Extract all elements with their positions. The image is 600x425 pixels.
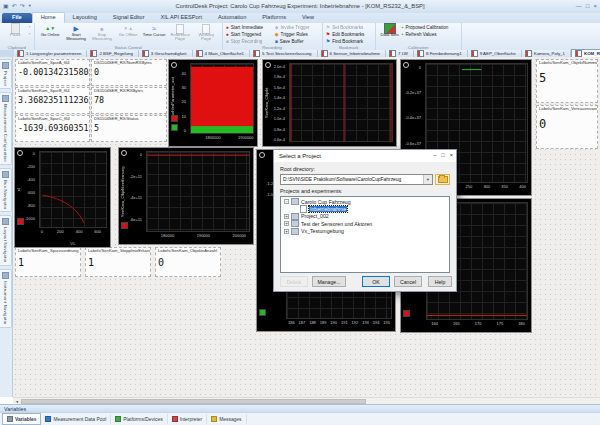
sidebar-tab[interactable]: Project <box>0 59 12 89</box>
proposed-calibration-button[interactable]: ▪Proposed Calibration <box>402 25 458 30</box>
delete-button[interactable]: Delete <box>280 276 308 287</box>
select-project-dialog: Select a Project – □ × Root directory: D… <box>273 149 457 292</box>
pane-tab[interactable]: Measurement Data Pool <box>41 414 111 424</box>
tree-item[interactable]: + Test der Sensoren und Aktoren <box>281 220 449 227</box>
tree-expander-icon[interactable]: + <box>284 229 289 234</box>
trigger-rules-button[interactable]: ◆Trigger Rules <box>275 32 319 37</box>
plot-legend <box>259 309 266 316</box>
tree-node-icon <box>291 228 299 235</box>
copy-button[interactable]: ▪ <box>29 32 31 37</box>
time-cursor-button[interactable]: ≈ Time Cursor <box>142 24 167 44</box>
minimize-button[interactable]: — <box>576 0 582 12</box>
undo-icon[interactable]: ↶ <box>12 1 17 11</box>
ribbon-tab[interactable]: Automation <box>210 13 254 23</box>
display-instrument[interactable]: DS1104SER_RX/RXBytes 78 <box>91 87 167 114</box>
layout-tab[interactable]: 7 LW <box>386 50 414 57</box>
invoke-trigger-button[interactable]: ◆Invoke Trigger <box>275 25 319 30</box>
tree-expander-icon[interactable]: - <box>284 199 289 204</box>
display-instrument[interactable]: DS1104SER_RX/NumRXBytes 0 <box>91 59 167 86</box>
ribbon-tab[interactable]: XIL API EESPort <box>153 13 210 23</box>
dialog-title: Select a Project <box>279 153 321 159</box>
close-button[interactable]: × <box>593 0 597 12</box>
chevron-down-icon[interactable]: ▾ <box>423 175 432 184</box>
display-instrument[interactable]: Labels/SenKam_SpurA_f64 -0.0013423158088… <box>15 59 90 86</box>
pane-tab[interactable]: Interpreter <box>168 414 208 424</box>
display-instrument[interactable]: Labels/SenKam_SpurB_f64 3.36823511123657 <box>15 87 90 114</box>
layout-tab[interactable]: 8 Fernbedienung1 <box>414 50 468 57</box>
ribbon: Paste ▪ ▪ Clipboard ▲▼ Go Online ▶ Start… <box>0 23 600 51</box>
find-bookmark-button[interactable]: ⚑Find Bookmark <box>326 39 372 44</box>
sidebar-tab[interactable]: Instrument Navigator <box>0 269 12 328</box>
display-instrument[interactable]: Labels/SenKam_Vertrauenswert 0 <box>536 105 598 149</box>
pane-tab[interactable]: Messages <box>207 414 246 424</box>
display-instrument[interactable]: Labels/SenKam_Spurzuordnung 1 <box>15 247 81 277</box>
display-instrument[interactable]: Labels/SenKam_StopplinieErkannt 1 <box>85 247 151 277</box>
layout-tab[interactable]: 4 Main_Oberfläche1 <box>193 50 251 57</box>
working-page-button[interactable]: Working Page <box>194 24 219 44</box>
save-buffer-button[interactable]: ■Save Buffer <box>275 39 319 44</box>
paste-button[interactable]: Paste <box>3 24 28 44</box>
tree-expander-icon[interactable]: + <box>284 221 289 226</box>
display-instrument[interactable]: Labels/SenKam_SpurC_f64 -1639.6936035156… <box>15 115 90 142</box>
layout-tab[interactable]: Kamera_Poly_1 <box>522 50 571 57</box>
dialog-maximize-icon[interactable]: □ <box>441 150 444 161</box>
manage-button[interactable]: Manage... <box>312 276 346 287</box>
set-bookmarks-button[interactable]: ⚑Set Bookmarks <box>326 25 372 30</box>
display-instrument[interactable]: Labels/SenKam_ObjektNummer 5 <box>536 59 598 103</box>
browse-folder-button[interactable] <box>435 174 450 185</box>
pane-tab[interactable]: Variables <box>2 413 41 425</box>
layout-tab[interactable]: 5 Test Streckenerfassung <box>250 50 317 57</box>
layout-tab[interactable]: 9 AEP_Oberfläche <box>468 50 522 57</box>
dialog-close-icon[interactable]: × <box>450 150 453 161</box>
plotter-senkam-objekt[interactable]: SenKam_Objekt 2.0e-41.8e-41.6e-41.4e-41.… <box>262 59 397 147</box>
dialog-minimize-icon[interactable]: – <box>433 150 436 161</box>
root-directory-combo[interactable]: D:\SVN\SIDE Praktikum\Software\CaroloCup… <box>280 174 433 185</box>
go-online-button[interactable]: ▲▼ Go Online <box>38 24 63 44</box>
ribbon-tab[interactable]: Home <box>32 12 65 23</box>
ribbon-tab[interactable]: Layouting <box>65 13 105 23</box>
sidebar-tab[interactable]: Layout Navigator <box>0 215 12 266</box>
display-instrument[interactable]: DS1104SER_RX/Status 5 <box>91 115 167 142</box>
layout-tab[interactable]: 6 Sensor_Inbetriebnahme <box>318 50 387 57</box>
layout-tab[interactable]: 1 Längsregler parametrieren <box>14 50 87 57</box>
tree-item[interactable]: + Project_002 <box>281 213 449 220</box>
stop-measuring-button[interactable]: ■ Stop Measuring <box>90 24 115 44</box>
display-instrument[interactable]: Labels/SenKam_ObjekteAnzahl 0 <box>155 247 221 277</box>
navigator-icon <box>2 218 9 225</box>
help-button[interactable]: Help <box>428 276 452 287</box>
cut-button[interactable]: ▪ <box>29 25 31 30</box>
maximize-button[interactable]: □ <box>586 0 590 12</box>
ribbon-tab[interactable]: Signal Editor <box>105 13 153 23</box>
cancel-button[interactable]: Cancel <box>394 276 422 287</box>
layout-tab[interactable]: 2 BSF_Regelung <box>87 50 138 57</box>
stop-recording-button[interactable]: ■Stop Recording <box>226 39 274 44</box>
ok-button[interactable]: OK <box>362 276 390 287</box>
sidebar-tab[interactable]: Measurement Configuration <box>0 92 12 165</box>
pane-tab[interactable]: Platforms/Devices <box>111 414 167 424</box>
data-sets-button[interactable]: Data Sets <box>379 24 401 44</box>
refresh-values-button[interactable]: ▪Refresh Values <box>402 32 458 37</box>
plotter-zaehlerparameter[interactable]: ZaehlerParameter_out 403020100 180000019… <box>168 59 258 147</box>
sidebar-tab[interactable]: Bus Navigator <box>0 168 12 213</box>
go-offline-button[interactable]: ▼▲ Go Offline <box>116 24 141 44</box>
redo-icon[interactable]: ↷ <box>20 1 25 11</box>
ribbon-tab[interactable]: File <box>2 13 32 23</box>
xy-plot[interactable]: vl 0-200-400-600-800-1000 0200400600 VL <box>14 147 111 248</box>
layout-tab[interactable]: KOM_RS232_&_BSP × <box>571 49 600 57</box>
layout-tab[interactable]: 3 Geschwindigkeit <box>139 50 193 57</box>
reference-page-button[interactable]: Reference Page <box>168 24 193 44</box>
invoke-trigger-icon: ◆ <box>275 25 279 30</box>
start-measuring-button[interactable]: ▶ Start Measuring <box>64 24 89 44</box>
customize-quick-access-icon[interactable]: ▼ <box>28 1 32 11</box>
start-triggered-button[interactable]: ●Start Triggered <box>226 32 274 37</box>
ribbon-tab[interactable]: Platforms <box>254 13 294 23</box>
tree-item[interactable]: + Vx_Testumgebung <box>281 228 449 235</box>
start-immediate-button[interactable]: ●Start Immediate <box>226 25 274 30</box>
tree-expander-icon[interactable]: + <box>284 214 289 219</box>
edit-bookmarks-button[interactable]: ⚑Edit Bookmarks <box>326 32 372 37</box>
plotter-objektentfernung[interactable]: SenKam_Objektentfernung 0-2e+11-4e+11-6e… <box>118 147 254 245</box>
ribbon-tab[interactable]: View <box>294 13 322 23</box>
display-column-right: Labels/SenKam_ObjektNummer 5 Labels/SenK… <box>536 59 598 149</box>
save-icon[interactable]: ▣ <box>3 1 9 11</box>
tree-item[interactable]: Inbetriebnahme <box>281 205 449 212</box>
